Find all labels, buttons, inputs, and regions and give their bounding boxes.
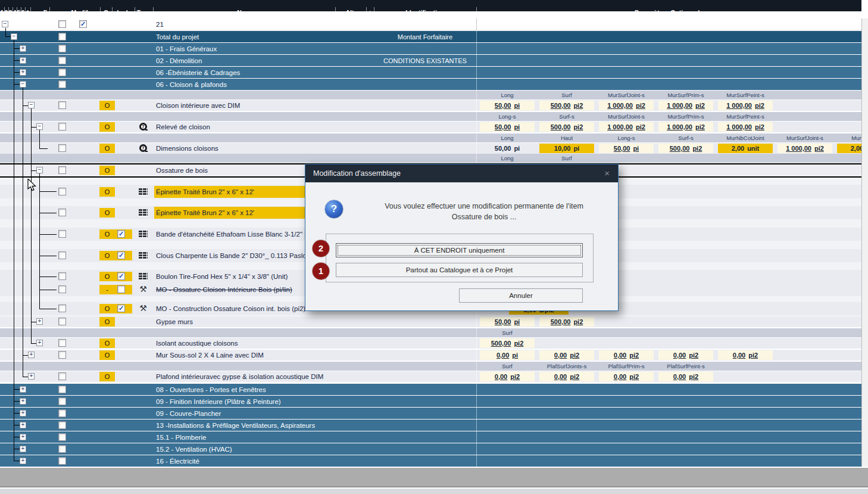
expand-toggle-icon[interactable]: +	[20, 57, 26, 64]
param-value-field[interactable]: 0,00pi2	[658, 372, 713, 381]
f-checkbox[interactable]	[58, 445, 66, 453]
incl-checkbox[interactable]: ✓	[117, 251, 125, 259]
row-name[interactable]: 16 - Électricité	[156, 456, 199, 466]
param-value-field[interactable]: 0,00pi2	[539, 350, 594, 360]
f-checkbox[interactable]	[58, 397, 66, 405]
param-value-field[interactable]: 0,00pi2	[718, 350, 773, 360]
expand-toggle-icon[interactable]: +	[20, 45, 26, 52]
expand-toggle-icon[interactable]: +	[20, 446, 26, 452]
row-name[interactable]: Boulon Tire-Fond Hex 5" x 1/4" x 3/8" (U…	[156, 272, 288, 281]
row-name[interactable]: MO - Construction Ossature Coison int. b…	[156, 304, 305, 313]
row-name[interactable]: 15.1 - Plomberie	[156, 433, 206, 442]
row-name[interactable]: 08 - Ouvertures - Portes et Fenêtres	[156, 385, 266, 394]
category-row-cat09f[interactable]	[0, 396, 861, 407]
param-value-field[interactable]: 1 000,00pi2	[658, 101, 713, 110]
button-a-cet-endroit[interactable]: À CET ENDROIT uniquement	[336, 243, 583, 257]
button-partout-catalogue[interactable]: Partout au Catalogue et à ce Projet	[336, 263, 583, 277]
incl-checkbox[interactable]: ✓	[117, 305, 125, 312]
param-value-field[interactable]: 0,00pi2	[599, 372, 654, 381]
tree-row-isolant[interactable]	[0, 338, 861, 349]
row-name[interactable]: 02 - Démolition	[156, 56, 202, 66]
f-checkbox[interactable]	[58, 305, 66, 312]
f-checkbox[interactable]	[58, 33, 66, 41]
f-checkbox[interactable]	[58, 386, 66, 393]
category-row-cat152[interactable]	[0, 443, 861, 455]
row-name[interactable]: Épinette Traité Brun 2" x 6" x 12'	[156, 208, 254, 218]
expand-toggle-icon[interactable]: +	[20, 422, 26, 428]
param-value-field[interactable]: 500,00pi2	[539, 122, 594, 132]
collapse-toggle-icon[interactable]: −	[28, 102, 35, 108]
param-value-field[interactable]: 500,00pi2	[539, 101, 594, 110]
param-value-field[interactable]: 1 000,00pi2	[658, 122, 713, 132]
expand-toggle-icon[interactable]: +	[20, 386, 26, 393]
param-value-field[interactable]: 0,00pi2	[658, 350, 713, 360]
category-row-cat08[interactable]	[0, 384, 861, 395]
param-value-field[interactable]: 50,00pi	[599, 144, 654, 153]
button-annuler[interactable]: Annuler	[459, 288, 583, 303]
collapse-toggle-icon[interactable]: −	[20, 81, 26, 88]
expand-toggle-icon[interactable]: +	[28, 373, 35, 380]
row-name[interactable]: 01 - Frais Généraux	[156, 44, 217, 54]
modif-checkbox[interactable]: ✓	[79, 20, 87, 28]
category-row-cat16[interactable]	[0, 455, 861, 467]
param-value-field[interactable]: 0,00pi	[480, 350, 535, 360]
f-checkbox[interactable]	[58, 230, 66, 238]
f-checkbox[interactable]	[58, 433, 66, 441]
expand-toggle-icon[interactable]: +	[36, 318, 43, 325]
category-row-cat13[interactable]	[0, 420, 861, 431]
expand-toggle-icon[interactable]: +	[20, 458, 26, 464]
expand-toggle-icon[interactable]: +	[20, 69, 26, 76]
category-row-cat151[interactable]	[0, 431, 861, 443]
param-value-field[interactable]: 0,00pi2	[480, 372, 535, 381]
expand-toggle-icon[interactable]: +	[20, 398, 26, 405]
incl-checkbox[interactable]: ✓	[117, 272, 125, 280]
close-icon[interactable]: ×	[604, 164, 610, 182]
row-name[interactable]: Relevé de cloison	[156, 122, 210, 132]
f-checkbox[interactable]	[58, 123, 66, 131]
row-name[interactable]: Dimensions cloisons	[156, 144, 218, 153]
f-checkbox[interactable]	[58, 285, 66, 293]
param-value-field[interactable]: 50,00pi	[480, 122, 535, 132]
param-value-cell[interactable]: 50,00pi	[480, 144, 535, 153]
param-value-field[interactable]: 500,00pi2	[539, 317, 594, 327]
row-name[interactable]: Isolant acoustique cloisons	[156, 338, 238, 348]
param-value-field[interactable]: 50,00pi	[480, 317, 535, 327]
row-name[interactable]: Bande d'étanchéité Ethafoam Lisse Blanc …	[156, 229, 308, 239]
tree-row-plafond[interactable]	[0, 371, 861, 382]
row-name[interactable]: Gypse murs	[156, 317, 193, 327]
row-name[interactable]: Cloison intérieure avec DIM	[156, 101, 240, 110]
incl-checkbox[interactable]: ✓	[117, 230, 125, 238]
param-value-cell[interactable]: 10,00pi	[539, 144, 594, 153]
row-name[interactable]: Plafond intérieuravec gypse & isolation …	[156, 372, 323, 381]
row-name[interactable]: 21	[156, 20, 164, 29]
f-checkbox[interactable]	[58, 80, 66, 88]
param-value-field[interactable]: 1 000,00pi2	[599, 122, 654, 132]
expand-toggle-icon[interactable]: +	[20, 434, 26, 440]
tree-row-root[interactable]	[0, 18, 861, 30]
f-checkbox[interactable]	[58, 339, 66, 347]
param-value-field[interactable]: 0,00pi2	[539, 372, 594, 381]
vertical-scrollbar[interactable]	[861, 18, 868, 467]
tree-row-gypse[interactable]	[0, 316, 861, 327]
param-value-field[interactable]: 500,00pi2	[480, 338, 535, 348]
row-name[interactable]: 15.2 - Ventilation (HVAC)	[156, 445, 232, 454]
row-name[interactable]: Mur Sous-sol 2 X 4 Laine avec DIM	[156, 350, 264, 360]
f-checkbox[interactable]	[58, 20, 66, 28]
expand-toggle-icon[interactable]: +	[20, 410, 26, 417]
dialog-title-bar[interactable]: Modification d'assemblage ×	[305, 164, 618, 182]
row-name[interactable]: 09 - Finition Intérieure (Plâtre & Peint…	[156, 397, 281, 406]
category-row-cat09c[interactable]	[0, 408, 861, 419]
f-checkbox[interactable]	[58, 69, 66, 76]
param-value-field[interactable]: 0,00pi2	[599, 350, 654, 360]
param-value-cell[interactable]: 2,00unit	[718, 144, 773, 153]
param-value-field[interactable]: 50,00pi	[480, 101, 535, 110]
param-value-field[interactable]: 1 000,00pi2	[718, 101, 773, 110]
row-name[interactable]: Ossature de bois	[156, 166, 208, 175]
row-name[interactable]: 06 -Ébénisterie & Cadrages	[156, 68, 240, 77]
f-checkbox[interactable]	[58, 318, 66, 325]
row-name[interactable]: Épinette Traité Brun 2" x 6" x 12'	[156, 187, 254, 197]
category-row-cat06e[interactable]	[0, 67, 861, 78]
f-checkbox[interactable]	[58, 251, 66, 259]
expand-toggle-icon[interactable]: +	[36, 340, 43, 346]
param-value-field[interactable]: 1 000,00pi2	[599, 101, 654, 110]
